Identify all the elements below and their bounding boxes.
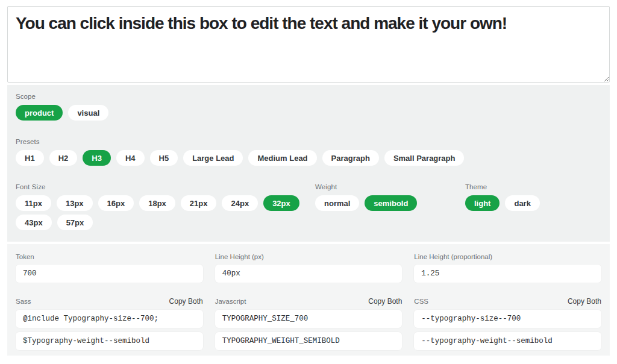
font-size-group: Font Size 11px 13px 16px 18px 21px 24px …: [16, 183, 312, 230]
preset-option-h5[interactable]: H5: [150, 150, 178, 166]
scope-label: Scope: [16, 93, 108, 100]
weight-options: normal semibold: [315, 195, 417, 211]
font-size-options: 11px 13px 16px 18px 21px 24px 32px 43px …: [16, 195, 312, 230]
presets-group: Presets H1 H2 H3 H4 H5 Large Lead Medium…: [16, 138, 464, 166]
javascript-size-token-field[interactable]: TYPOGRAPHY_SIZE_700: [215, 310, 402, 328]
weight-option-normal[interactable]: normal: [315, 195, 359, 211]
line-height-proportional-value-field[interactable]: 1.25: [414, 265, 601, 283]
output-column-css: Line Height (proportional) 1.25 CSS Copy…: [414, 253, 601, 350]
preset-option-h2[interactable]: H2: [49, 150, 78, 166]
font-size-option-57px[interactable]: 57px: [57, 215, 93, 230]
theme-option-dark[interactable]: dark: [505, 195, 539, 211]
preset-option-medium-lead[interactable]: Medium Lead: [248, 150, 316, 166]
font-size-option-11px[interactable]: 11px: [16, 195, 51, 211]
font-size-option-24px[interactable]: 24px: [222, 195, 258, 211]
scope-option-product[interactable]: product: [16, 105, 63, 121]
theme-options: light dark: [465, 195, 540, 211]
line-height-px-label: Line Height (px): [215, 253, 402, 260]
sass-size-token-field[interactable]: @include Typography-size--700;: [16, 310, 203, 328]
scope-options: product visual: [16, 105, 108, 121]
font-size-option-18px[interactable]: 18px: [139, 195, 175, 211]
weight-label: Weight: [315, 183, 417, 190]
sass-label: Sass: [16, 298, 31, 305]
weight-option-semibold[interactable]: semibold: [365, 195, 417, 211]
font-size-option-21px[interactable]: 21px: [181, 195, 217, 211]
line-height-px-value-field[interactable]: 40px: [215, 265, 402, 283]
preset-option-h4[interactable]: H4: [116, 150, 145, 166]
sass-header: Sass Copy Both: [16, 297, 203, 306]
sass-weight-token-field[interactable]: $Typography-weight--semibold: [16, 332, 203, 350]
javascript-copy-both-button[interactable]: Copy Both: [368, 297, 402, 306]
font-size-option-43px[interactable]: 43px: [16, 215, 52, 230]
font-size-option-16px[interactable]: 16px: [98, 195, 134, 211]
output-grid: Token 700 Sass Copy Both @include Typogr…: [16, 253, 601, 350]
preset-option-paragraph[interactable]: Paragraph: [322, 150, 379, 166]
javascript-label: Javascript: [215, 298, 246, 305]
sass-copy-both-button[interactable]: Copy Both: [169, 297, 203, 306]
output-column-javascript: Line Height (px) 40px Javascript Copy Bo…: [215, 253, 402, 350]
output-column-sass: Token 700 Sass Copy Both @include Typogr…: [16, 253, 203, 350]
preset-option-h3[interactable]: H3: [83, 150, 111, 166]
theme-group: Theme light dark: [465, 183, 540, 211]
css-header: CSS Copy Both: [414, 297, 601, 306]
scope-group: Scope product visual: [16, 93, 108, 121]
font-size-option-13px[interactable]: 13px: [57, 195, 93, 211]
javascript-header: Javascript Copy Both: [215, 297, 402, 306]
theme-label: Theme: [465, 183, 540, 190]
token-label: Token: [16, 253, 203, 260]
token-value-field[interactable]: 700: [16, 265, 203, 283]
theme-option-light[interactable]: light: [465, 195, 500, 211]
preset-option-large-lead[interactable]: Large Lead: [183, 150, 243, 166]
css-size-token-field[interactable]: --typography-size--700: [414, 310, 601, 328]
presets-options: H1 H2 H3 H4 H5 Large Lead Medium Lead Pa…: [16, 150, 464, 166]
css-copy-both-button[interactable]: Copy Both: [568, 297, 601, 306]
preset-option-small-paragraph[interactable]: Small Paragraph: [384, 150, 465, 166]
typography-playground-page: You can click inside this box to edit th…: [0, 0, 617, 364]
output-panel: Token 700 Sass Copy Both @include Typogr…: [7, 244, 610, 356]
presets-label: Presets: [16, 138, 464, 145]
scope-option-visual[interactable]: visual: [68, 105, 108, 121]
preview-textarea[interactable]: You can click inside this box to edit th…: [7, 6, 610, 83]
font-size-label: Font Size: [16, 183, 312, 190]
weight-group: Weight normal semibold: [315, 183, 417, 211]
preset-option-h1[interactable]: H1: [16, 150, 44, 166]
line-height-proportional-label: Line Height (proportional): [414, 253, 601, 260]
css-weight-token-field[interactable]: --typography-weight--semibold: [414, 332, 601, 350]
controls-panel: Scope product visual Presets H1 H2 H3 H4…: [7, 85, 610, 242]
javascript-weight-token-field[interactable]: TYPOGRAPHY_WEIGHT_SEMIBOLD: [215, 332, 402, 350]
css-label: CSS: [414, 298, 428, 305]
font-size-option-32px[interactable]: 32px: [263, 195, 299, 211]
